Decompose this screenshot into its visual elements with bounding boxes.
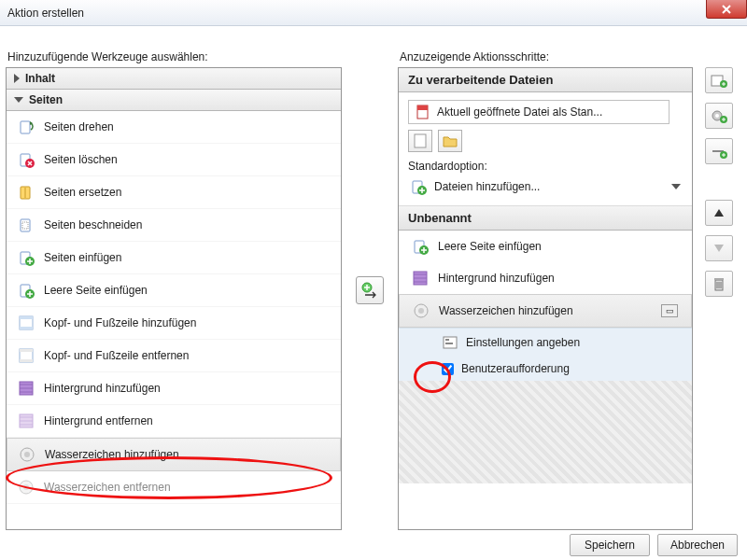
tool-rotate[interactable]: Seiten drehen [7, 111, 341, 144]
header-footer-add-icon [18, 315, 35, 331]
svg-point-21 [23, 484, 29, 490]
blank-page-icon [18, 282, 35, 299]
gear-add-icon [711, 108, 727, 123]
tool-blank[interactable]: Leere Seite einfügen [7, 274, 341, 307]
svg-rect-15 [20, 359, 33, 362]
chevron-down-icon [14, 97, 23, 103]
blank-page-icon [412, 238, 429, 255]
background-icon [412, 270, 429, 287]
steps-panel: Zu verarbeitende Dateien Aktuell geöffne… [398, 67, 693, 530]
side-btn-3[interactable] [705, 138, 733, 164]
svg-rect-11 [20, 316, 33, 319]
add-arrow-icon [360, 281, 379, 300]
side-btn-1[interactable] [705, 67, 733, 93]
svg-point-32 [418, 308, 424, 314]
tool-delete[interactable]: Seiten löschen [7, 144, 341, 176]
svg-rect-0 [21, 121, 30, 133]
blank-doc-icon [414, 133, 427, 148]
current-file-label: Aktuell geöffnete Datei als Stan... [437, 105, 602, 119]
watermark-add-icon [19, 446, 35, 463]
svg-rect-43 [714, 278, 724, 280]
step-options-button[interactable]: ▭ [661, 304, 678, 317]
folder-icon [443, 134, 458, 147]
panel-add-icon [711, 73, 727, 88]
chevron-right-icon [14, 74, 20, 83]
tool-wm-add[interactable]: Wasserzeichen hinzufügen [7, 438, 341, 471]
tool-bg-add[interactable]: Hintergrund hinzufügen [7, 372, 341, 405]
side-toolbar [700, 50, 738, 530]
rotate-icon [18, 119, 35, 135]
steps-label: Anzuzeigende Aktionsschritte: [398, 50, 693, 63]
svg-rect-34 [445, 339, 449, 341]
standard-option-label: Standardoption: [408, 160, 683, 173]
window-close-button[interactable] [706, 0, 747, 19]
tool-insert[interactable]: Seiten einfügen [7, 242, 341, 274]
open-folder-button[interactable] [438, 130, 462, 152]
svg-point-39 [715, 114, 719, 118]
watermark-remove-icon [18, 479, 35, 496]
files-header: Zu verarbeitende Dateien [399, 68, 692, 92]
group-name-header: Unbenannt [399, 206, 692, 231]
group-pages[interactable]: Seiten [7, 90, 341, 111]
substep-prompt[interactable]: Benutzeraufforderung [399, 357, 692, 381]
settings-icon [442, 334, 458, 351]
tools-column: Hinzuzufügende Werkzeuge auswählen: Inha… [6, 50, 342, 530]
group-content-label: Inhalt [25, 72, 55, 85]
current-file-row[interactable]: Aktuell geöffnete Datei als Stan... [408, 100, 669, 124]
divider-add-icon [711, 144, 727, 159]
tool-crop[interactable]: Seiten beschneiden [7, 209, 341, 242]
step-watermark[interactable]: Wasserzeichen hinzufügen▭ [399, 294, 692, 328]
tool-hf-add[interactable]: Kopf- und Fußzeile hinzufügen [7, 307, 341, 340]
steps-column: Anzuzeigende Aktionsschritte: Zu verarbe… [398, 50, 693, 530]
tool-replace[interactable]: Seiten ersetzen [7, 176, 341, 209]
tools-panel: Inhalt Seiten Seiten drehen Seiten lösch… [6, 67, 342, 530]
watermark-icon [413, 302, 430, 319]
dialog-body: Hinzuzufügende Werkzeuge auswählen: Inha… [0, 26, 747, 530]
standard-option-value: Dateien hinzufügen... [434, 180, 540, 193]
steps-list: Leere Seite einfügen Hintergrund hinzufü… [399, 231, 692, 529]
svg-rect-14 [20, 349, 33, 352]
dialog-footer: Speichern Abbrechen [570, 530, 738, 560]
save-button[interactable]: Speichern [570, 534, 650, 556]
empty-area [399, 381, 692, 483]
svg-rect-35 [445, 343, 453, 344]
move-up-button[interactable] [705, 200, 733, 226]
files-box: Aktuell geöffnete Datei als Stan... Stan… [399, 92, 692, 206]
new-file-button[interactable] [408, 130, 432, 152]
svg-rect-24 [417, 105, 428, 110]
background-remove-icon [18, 413, 35, 429]
substep-settings[interactable]: Einstellungen angeben [399, 328, 692, 357]
svg-point-19 [24, 452, 30, 457]
svg-rect-25 [415, 134, 426, 147]
add-to-action-button[interactable] [356, 276, 384, 304]
standard-option-row[interactable]: Dateien hinzufügen... [408, 175, 683, 198]
group-pages-label: Seiten [29, 93, 63, 106]
triangle-down-icon [713, 244, 725, 253]
window-title: Aktion erstellen [7, 7, 84, 20]
side-btn-2[interactable] [705, 103, 733, 129]
middle-column [349, 50, 390, 530]
add-files-icon [410, 178, 427, 195]
trash-icon [712, 276, 726, 291]
step-blank[interactable]: Leere Seite einfügen [399, 231, 692, 262]
step-background[interactable]: Hintergrund hinzufügen [399, 262, 692, 294]
file-buttons [408, 130, 683, 152]
replace-icon [18, 184, 35, 201]
tool-bg-rem[interactable]: Hintergrund entfernen [7, 405, 341, 438]
tools-label: Hinzuzufügende Werkzeuge auswählen: [6, 50, 342, 63]
svg-rect-12 [20, 327, 33, 329]
prompt-checkbox[interactable] [442, 363, 454, 375]
crop-icon [18, 217, 35, 233]
cancel-button[interactable]: Abbrechen [657, 534, 738, 556]
delete-step-button[interactable] [705, 271, 733, 297]
tool-wm-rem[interactable]: Wasserzeichen entfernen [7, 471, 341, 504]
group-content[interactable]: Inhalt [7, 68, 341, 90]
titlebar: Aktion erstellen [0, 0, 747, 26]
triangle-up-icon [713, 208, 725, 217]
insert-icon [18, 249, 35, 266]
tool-hf-rem[interactable]: Kopf- und Fußzeile entfernen [7, 340, 341, 372]
move-down-button[interactable] [705, 235, 733, 261]
tools-list: Seiten drehen Seiten löschen Seiten erse… [7, 111, 341, 529]
header-footer-remove-icon [18, 347, 35, 364]
background-add-icon [18, 380, 35, 397]
